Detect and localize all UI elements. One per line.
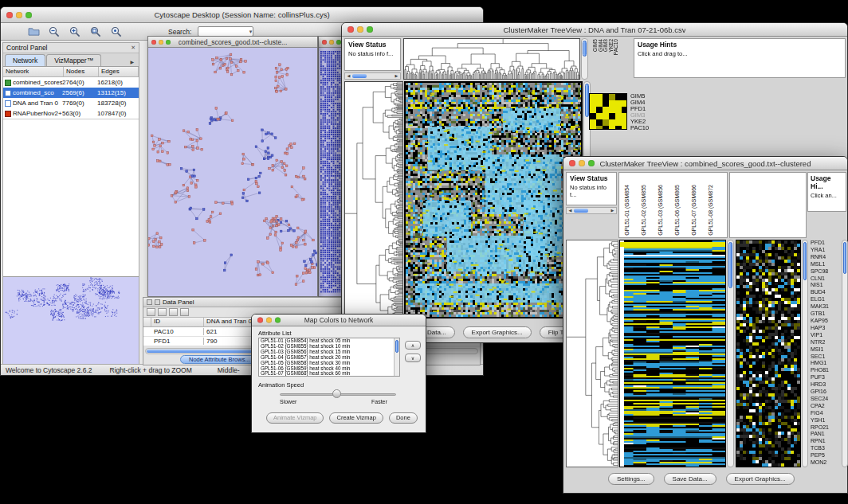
settings-button[interactable]: Settings...: [608, 473, 654, 485]
create-vizmap-button[interactable]: Create Vizmap: [329, 412, 383, 424]
zoom-in-icon[interactable]: [68, 25, 82, 38]
column-label[interactable]: GPL51-02 (GSM855: [641, 185, 646, 236]
scroll-thumb[interactable]: [728, 242, 732, 288]
titlebar[interactable]: Cytoscape Desktop (Session Name: collins…: [1, 7, 483, 23]
tab-overflow-icon[interactable]: ▶: [127, 57, 137, 66]
heatmap-canvas[interactable]: [404, 81, 583, 318]
tree-h-scrollbar[interactable]: ◀ ▶: [344, 72, 401, 80]
network-list-row[interactable]: combined_scores2764(0)16218(0): [3, 77, 139, 88]
gene-label[interactable]: MAK31: [811, 303, 841, 311]
gene-label[interactable]: NTR2: [811, 339, 841, 346]
scroll-right-icon[interactable]: ▶: [609, 208, 616, 213]
column-label[interactable]: GPL51-08 (GSM872: [708, 185, 713, 236]
zoom-button[interactable]: [588, 160, 595, 166]
gene-label[interactable]: CLN1: [811, 275, 841, 283]
export-graphics-button[interactable]: Export Graphics...: [726, 473, 795, 485]
gene-label[interactable]: GTB1: [811, 311, 841, 318]
gene-label[interactable]: ELG1: [811, 296, 841, 303]
gene-label[interactable]: MSI1: [811, 346, 841, 354]
attribute-list-item[interactable]: GPL51-07 (GSM868) heat shock 60 min: [259, 371, 394, 377]
titlebar[interactable]: ClusterMaker TreeView : combined_scores_…: [563, 157, 847, 170]
scroll-thumb[interactable]: [843, 242, 846, 274]
tab-vizmapper[interactable]: VizMapper™: [46, 54, 101, 66]
done-button[interactable]: Done: [389, 412, 418, 424]
network-view-window[interactable]: combined_scores_good.txt--cluste...: [147, 36, 318, 297]
zoom-button[interactable]: [275, 318, 281, 323]
close-button[interactable]: [322, 40, 327, 45]
close-panel-icon[interactable]: [155, 299, 160, 305]
select-attributes-icon[interactable]: [147, 308, 155, 316]
zoom-button[interactable]: [26, 12, 32, 18]
gene-label[interactable]: RPO21: [811, 424, 841, 432]
attribute-list-scrollbar[interactable]: [394, 338, 399, 376]
heatmap-v-scrollbar[interactable]: [727, 240, 734, 467]
treeview-combined-window[interactable]: ClusterMaker TreeView : combined_scores_…: [563, 156, 848, 494]
network-canvas[interactable]: [148, 48, 317, 296]
gene-label[interactable]: KAP95: [811, 318, 841, 325]
gene-label[interactable]: PUF3: [811, 374, 841, 381]
column-label[interactable]: PAC10: [613, 39, 618, 55]
column-header-nodes[interactable]: Nodes: [64, 67, 99, 76]
scroll-thumb[interactable]: [583, 41, 587, 57]
gene-label[interactable]: HAP3: [811, 325, 841, 332]
gene-label[interactable]: CPA2: [811, 403, 841, 410]
scroll-thumb[interactable]: [803, 242, 807, 280]
gene-label[interactable]: PHO81: [811, 367, 841, 374]
gene-label[interactable]: VIP1: [811, 332, 841, 339]
tree-h-scrollbar[interactable]: ◀ ▶: [566, 207, 617, 214]
column-header-edges[interactable]: Edges: [99, 67, 139, 76]
gene-label[interactable]: HMG1: [811, 360, 841, 367]
scroll-left-icon[interactable]: ◀: [345, 73, 352, 79]
gene-label[interactable]: PEP5: [811, 452, 841, 459]
attribute-matrix-icon[interactable]: [180, 308, 189, 316]
float-panel-icon[interactable]: [147, 299, 152, 305]
column-label[interactable]: GPL51-07 (GSM866: [691, 185, 697, 236]
column-label[interactable]: GIM3: [603, 39, 608, 52]
delete-attribute-icon[interactable]: [169, 308, 178, 316]
minimize-button[interactable]: [159, 40, 163, 45]
titlebar[interactable]: combined_scores_good.txt--cluste...: [148, 37, 317, 48]
minimize-button[interactable]: [329, 40, 334, 45]
scroll-right-icon[interactable]: ▶: [393, 73, 400, 79]
gene-label[interactable]: PAC10: [630, 125, 649, 131]
gene-label[interactable]: HRD3: [811, 381, 841, 389]
column-dendrogram-canvas[interactable]: [403, 38, 580, 80]
zoom-button[interactable]: [367, 26, 373, 33]
close-button[interactable]: [257, 318, 263, 323]
minimize-button[interactable]: [357, 26, 363, 33]
dendrogram-v-scrollbar[interactable]: [581, 38, 588, 80]
column-label[interactable]: GPL51-03 (GSM856: [658, 185, 663, 236]
gene-label[interactable]: NIS1: [811, 282, 841, 289]
scroll-thumb[interactable]: [352, 74, 367, 78]
gene-label[interactable]: RPN1: [811, 438, 841, 445]
gene-label[interactable]: SEC24: [811, 396, 841, 403]
close-button[interactable]: [6, 12, 13, 18]
network-list-row[interactable]: RNAPuberNov2+563(0)107847(0): [3, 108, 139, 119]
close-button[interactable]: [347, 26, 354, 33]
open-file-icon[interactable]: [26, 25, 41, 38]
move-up-button[interactable]: ∧: [405, 341, 421, 350]
scroll-thumb[interactable]: [395, 340, 398, 353]
network-list-row[interactable]: combined_sco2569(6)13112(15): [3, 88, 139, 98]
gene-label[interactable]: SPC98: [811, 268, 841, 275]
close-icon[interactable]: ✕: [131, 45, 135, 51]
gene-label[interactable]: GPI16: [811, 389, 841, 396]
gene-label[interactable]: MON2: [811, 459, 841, 467]
map-colors-dialog[interactable]: Map Colors to Network Attribute List GPL…: [251, 314, 426, 433]
create-attribute-icon[interactable]: [158, 308, 167, 316]
gene-label[interactable]: RNR4: [811, 254, 841, 261]
gene-label[interactable]: PFD1: [811, 240, 841, 247]
gene-label[interactable]: TCB3: [811, 445, 841, 452]
titlebar[interactable]: Map Colors to Network: [252, 315, 426, 326]
gene-label[interactable]: MSL1: [811, 261, 841, 268]
secondary-heatmap-v-scrollbar[interactable]: [802, 240, 808, 467]
zoom-selected-icon[interactable]: [109, 25, 124, 38]
row-dendrogram-canvas[interactable]: [566, 240, 618, 467]
gene-label[interactable]: YRA1: [811, 247, 841, 254]
column-label[interactable]: GIM5: [592, 39, 598, 52]
gene-label[interactable]: BUD4: [811, 289, 841, 296]
close-button[interactable]: [569, 160, 575, 166]
zoom-out-icon[interactable]: [47, 25, 61, 38]
gene-label[interactable]: SEC1: [811, 354, 841, 361]
attribute-list[interactable]: GPL51-01 (GSM854) heat shock 05 minGPL51…: [258, 338, 400, 377]
